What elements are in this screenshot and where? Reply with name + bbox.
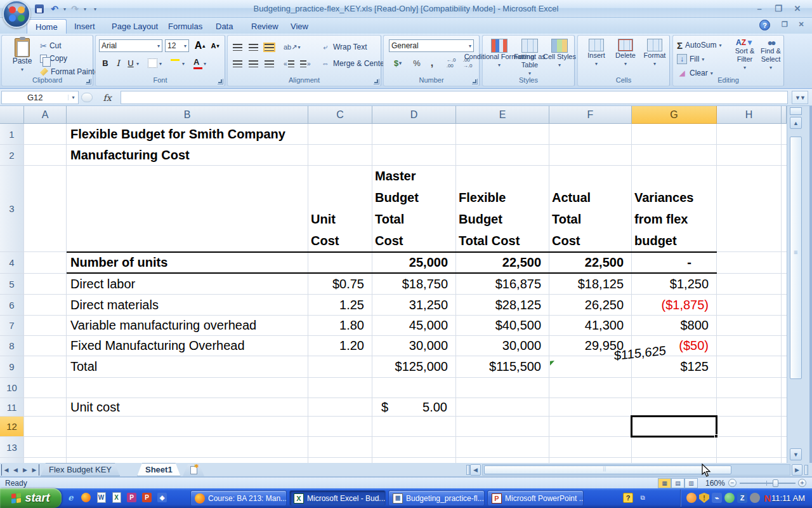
minimize-icon[interactable]: – [754,4,765,13]
autosum-button[interactable]: Σ AutoSum▾ [677,39,721,51]
comma-style-button[interactable]: , [427,57,437,69]
cell-G6[interactable]: ($1,875) [632,295,717,315]
sheet-tab-flex-budget-key[interactable]: Flex Budget KEY [41,463,120,476]
zoom-slider-track[interactable] [740,483,796,484]
cell-G3[interactable]: Variances from flex budget [632,166,717,251]
tray-z-icon[interactable]: Z [737,493,747,503]
middle-align-button[interactable] [249,41,258,53]
column-header-B[interactable]: B [67,106,308,124]
cell-D11[interactable]: $5.00 [372,398,456,416]
cell-B4[interactable]: Number of units [67,252,308,273]
borders-icon[interactable] [148,58,157,68]
formula-input[interactable] [121,91,788,104]
row-header-11[interactable]: 11 [0,398,24,416]
underline-dropdown-icon[interactable]: ▾ [136,61,139,67]
copy-button[interactable]: Copy [40,52,67,65]
paste-dropdown-icon[interactable]: ▾ [21,65,23,74]
align-right-button[interactable] [265,57,274,70]
firefox-icon[interactable] [80,491,92,504]
font-name-select[interactable]: Arial▾ [99,39,162,52]
cell-C8[interactable]: 1.20 [308,336,372,356]
task-button-excel-doc[interactable]: ≣ Budgeting_practice-fl... [388,490,485,506]
fill-color-dropdown-icon[interactable]: ▾ [182,61,185,67]
ie-icon[interactable]: e [65,491,77,504]
vertical-scrollbar-thumb[interactable] [790,137,802,379]
scroll-right-icon[interactable]: ▶ [792,464,802,476]
office-button[interactable] [3,0,30,28]
zoom-in-icon[interactable]: + [798,479,806,487]
cell-G5[interactable]: $1,250 [632,274,717,294]
save-icon[interactable] [33,3,46,15]
expand-formula-bar-icon[interactable]: ▼▼ [792,91,808,104]
cell-B6[interactable]: Direct materials [67,295,308,315]
cell-C7[interactable]: 1.80 [308,316,372,335]
column-header-D[interactable]: D [372,106,456,124]
cell-C3[interactable]: Unit Cost [308,166,372,251]
vertical-scrollbar[interactable]: ▲ ▼ [787,106,812,463]
undo-icon[interactable]: ↶ [48,3,61,15]
column-header-E[interactable]: E [456,106,549,124]
sheet-tab-sheet1[interactable]: Sheet1 [137,463,181,476]
increase-indent-button[interactable]: » [300,57,311,70]
alignment-dialog-launcher-icon[interactable] [374,79,379,84]
tray-update-icon[interactable] [686,493,697,503]
cell-B2[interactable]: Manufacturing Cost [67,145,308,165]
cell-D9[interactable]: $125,000 [372,356,456,377]
cell-F3[interactable]: Actual Total Cost [549,166,632,251]
cell-E4[interactable]: 22,500 [456,252,549,273]
underline-button[interactable]: U [125,57,136,69]
merge-center-button[interactable]: ⇔ Merge & Center ▾ [320,57,392,70]
cell-B5[interactable]: Direct labor [67,274,308,294]
paste-button[interactable]: Paste ▾ [6,38,39,74]
insert-worksheet-tab[interactable] [183,464,204,476]
row-header-8[interactable]: 8 [0,336,24,356]
restore-icon[interactable]: ❐ [773,4,784,13]
cell-C6[interactable]: 1.25 [308,295,372,315]
column-header-C[interactable]: C [308,106,372,124]
italic-button[interactable]: I [112,57,124,69]
cell-G9[interactable]: $125 [632,356,717,377]
start-button[interactable]: start [0,488,62,508]
shrink-font-button[interactable]: A▾ [207,39,223,52]
zoom-level[interactable]: 160% [705,479,725,488]
horizontal-split-handle[interactable] [804,465,808,475]
tab-formulas[interactable]: Formulas [160,19,211,34]
grow-font-button[interactable]: A▴ [192,39,207,52]
cell-C5[interactable]: $0.75 [308,274,372,294]
excel-icon[interactable]: X [110,491,122,504]
cell-D8[interactable]: 30,000 [372,336,456,356]
row-header-2[interactable]: 2 [0,145,24,165]
cell-B8[interactable]: Fixed Manufacturing Overhead [67,336,308,356]
find-select-button[interactable]: ●● Find & Select▾ [758,39,783,72]
format-as-table-button[interactable]: Format as Table▾ [514,39,545,77]
row-header-9[interactable]: 9 [0,356,24,377]
cell-E5[interactable]: $16,875 [456,274,549,294]
cell-B1[interactable]: Flexible Budget for Smith Company [67,124,308,144]
cell-D6[interactable]: 31,250 [372,295,456,315]
row-header-12[interactable]: 12 [0,417,24,436]
cell-styles-button[interactable]: Cell Styles▾ [545,39,574,69]
tab-page-layout[interactable]: Page Layout [103,19,166,34]
cell-G7[interactable]: $800 [632,316,717,335]
clipboard-dialog-launcher-icon[interactable] [86,79,91,84]
row-header-1[interactable]: 1 [0,124,24,144]
number-format-select[interactable]: General▾ [389,39,474,52]
page-layout-view-icon[interactable]: ▤ [671,478,684,488]
cell-F4[interactable]: 22,500 [549,252,632,273]
redo-icon[interactable]: ↷ [69,3,81,15]
row-header-3[interactable]: 3 [0,166,24,251]
column-header-A[interactable]: A [24,106,67,124]
cell-E3[interactable]: Flexible Budget Total Cost [456,166,549,251]
cell-D3[interactable]: Master Budget Total Cost [372,166,456,251]
fill-handle[interactable] [714,434,718,438]
close-icon[interactable]: ✕ [792,4,803,13]
delete-cells-button[interactable]: Delete▾ [612,39,639,68]
cell-G4[interactable]: - [632,252,717,273]
borders-dropdown-icon[interactable]: ▾ [159,61,162,67]
tab-insert[interactable]: Insert [66,19,103,34]
font-color-dropdown-icon[interactable]: ▾ [204,61,206,67]
row-header-6[interactable]: 6 [0,295,24,315]
normal-view-icon[interactable]: ▦ [658,478,671,488]
row-header-13[interactable]: 13 [0,437,24,457]
task-button-firefox[interactable]: Course: BA 213: Man... [190,490,287,506]
